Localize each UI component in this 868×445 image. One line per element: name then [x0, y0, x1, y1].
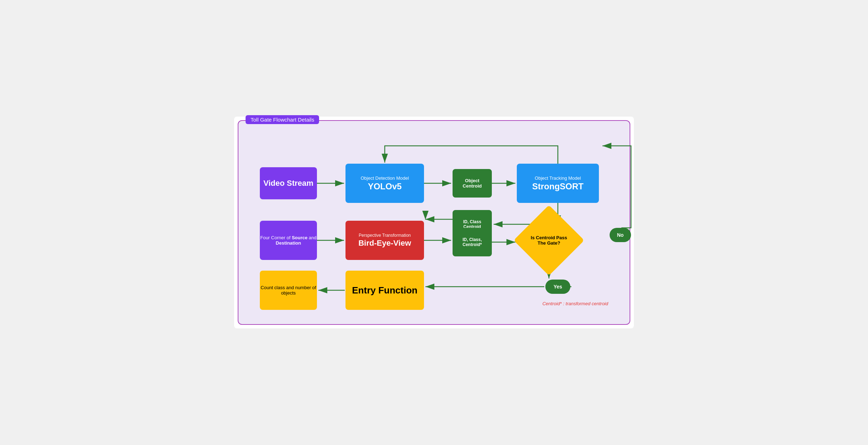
count-box: Count class and number of objects: [260, 271, 317, 310]
four-corner-box: Four Corner of Source and Destination: [260, 221, 317, 260]
no-box: No: [610, 228, 631, 242]
video-stream-box: Video Stream: [260, 167, 317, 199]
footnote: Centroid* : transformed centroid: [542, 301, 608, 306]
outer-wrapper: Toll Gate Flowchart Details: [234, 117, 634, 328]
strongsort-box: Object Tracking Model StrongSORT: [517, 164, 599, 203]
diamond-label: Is Centroid Pass The Gate?: [524, 215, 574, 265]
object-centroid-box: ObjectCentroid: [453, 169, 492, 198]
id-class-centroid2-box: ID, Class,Centroid*: [453, 228, 492, 256]
entry-function-box: Entry Function: [345, 271, 424, 310]
chart-container: Toll Gate Flowchart Details: [238, 120, 630, 325]
diamond-container: Is Centroid Pass The Gate?: [517, 210, 581, 271]
diamond-shape: Is Centroid Pass The Gate?: [514, 205, 584, 276]
yes-box: Yes: [545, 280, 570, 294]
bev-box: Perspective Transformation Bird-Eye-View: [345, 221, 424, 260]
chart-title: Toll Gate Flowchart Details: [246, 115, 319, 124]
flowchart: Video Stream Object Detection Model YOLO…: [253, 132, 615, 310]
yolov5-box: Object Detection Model YOLOv5: [345, 164, 424, 203]
